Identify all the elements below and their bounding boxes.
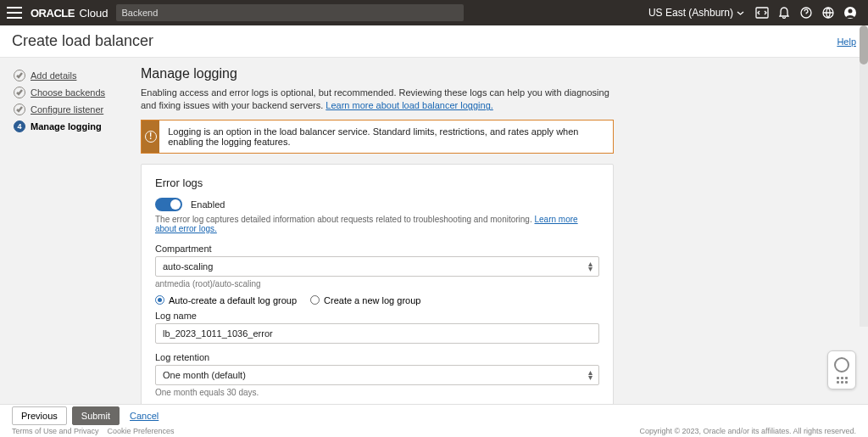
copyright: Copyright © 2023, Oracle and/or its affi… (639, 427, 856, 435)
panel-title: Error logs (155, 176, 599, 189)
top-nav: ORACLE Cloud Backend US East (Ashburn) (0, 0, 868, 25)
section-heading: Manage logging (141, 66, 614, 81)
radio-create-new[interactable]: Create a new log group (310, 295, 420, 305)
notifications-icon[interactable] (775, 3, 793, 22)
check-icon (14, 70, 25, 81)
dev-tools-icon[interactable] (753, 3, 771, 22)
compartment-label: Compartment (155, 244, 599, 254)
error-logs-panel: Error logs Enabled The error log capture… (141, 164, 614, 404)
grid-icon (837, 377, 848, 384)
page-header: Create load balancer Help (0, 25, 868, 58)
cancel-link[interactable]: Cancel (130, 411, 159, 421)
main-content: Manage logging Enabling access and error… (136, 58, 868, 404)
svg-point-4 (849, 9, 853, 14)
retention-label: Log retention (155, 352, 599, 362)
step-configure-listener[interactable]: Configure listener (14, 104, 129, 115)
info-notice: ! Logging is an option in the load balan… (141, 120, 614, 154)
error-logs-toggle[interactable] (155, 198, 182, 211)
help-link[interactable]: Help (837, 36, 856, 47)
scrollbar[interactable] (860, 25, 868, 327)
compartment-path: antmedia (root)/auto-scaling (155, 279, 599, 289)
step-manage-logging[interactable]: 4 Manage logging (14, 120, 129, 132)
chevron-down-icon (737, 9, 744, 17)
radio-icon (310, 295, 320, 305)
region-selector[interactable]: US East (Ashburn) (648, 7, 744, 19)
terms-link[interactable]: Terms of Use and Privacy (12, 427, 99, 435)
action-bar: Previous Submit Cancel (0, 404, 868, 427)
retention-hint: One month equals 30 days. (155, 388, 599, 397)
step-add-details[interactable]: Add details (14, 70, 129, 81)
step-number-icon: 4 (14, 120, 25, 132)
globe-icon[interactable] (819, 3, 837, 22)
step-choose-backends[interactable]: Choose backends (14, 87, 129, 98)
lifesaver-icon (834, 357, 849, 373)
logname-label: Log name (155, 311, 599, 321)
hamburger-icon[interactable] (7, 7, 22, 19)
help-icon[interactable] (797, 3, 815, 22)
previous-button[interactable]: Previous (12, 406, 67, 425)
accessibility-fab[interactable] (827, 350, 856, 389)
radio-icon (155, 295, 164, 305)
learn-more-link[interactable]: Learn more about load balancer logging. (326, 100, 493, 110)
compartment-select[interactable]: auto-scaling (155, 256, 599, 277)
check-icon (14, 104, 25, 115)
page-title: Create load balancer (12, 32, 153, 50)
wizard-steps: Add details Choose backends Configure li… (0, 58, 136, 404)
page-footer: Terms of Use and Privacy Cookie Preferen… (0, 427, 868, 437)
retention-select[interactable]: One month (default) (155, 365, 599, 385)
info-icon: ! (142, 120, 159, 153)
error-logs-hint: The error log captures detailed informat… (155, 215, 599, 233)
search-input[interactable]: Backend (116, 4, 464, 21)
check-icon (14, 87, 25, 98)
intro-text: Enabling access and error logs is option… (141, 87, 614, 113)
toggle-label: Enabled (191, 199, 225, 210)
brand-logo: ORACLE Cloud (31, 7, 108, 20)
radio-auto-create[interactable]: Auto-create a default log group (155, 295, 297, 305)
logname-input[interactable] (155, 323, 599, 344)
cookie-link[interactable]: Cookie Preferences (108, 427, 175, 435)
profile-icon[interactable] (841, 3, 860, 22)
submit-button[interactable]: Submit (72, 406, 120, 425)
